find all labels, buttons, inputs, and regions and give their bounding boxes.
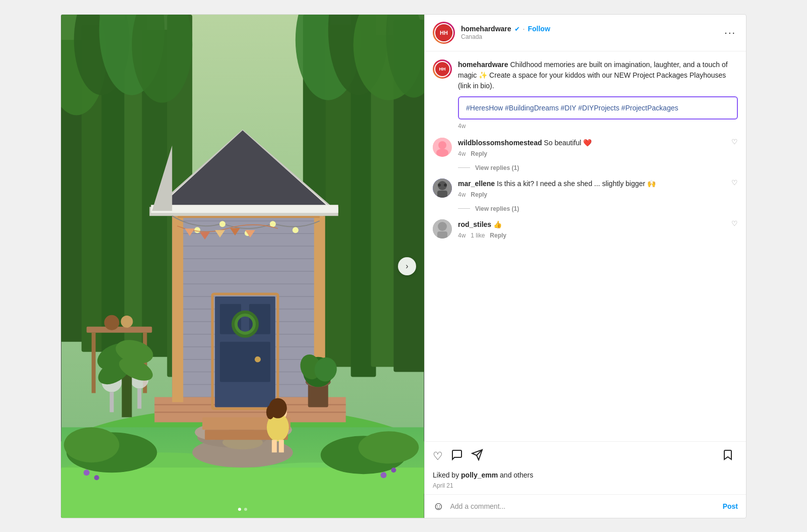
svg-point-79 xyxy=(270,221,276,227)
comment-username-2[interactable]: mar_ellene xyxy=(458,180,495,188)
caption-content: homehardware Childhood memories are buil… xyxy=(458,60,738,130)
svg-point-123 xyxy=(436,149,448,157)
comment-username-3[interactable]: rod_stiles xyxy=(458,220,491,228)
comment-like-button-1[interactable]: ♡ xyxy=(731,138,738,146)
comment-like-button-3[interactable]: ♡ xyxy=(731,219,738,227)
comment-reply-button-2[interactable]: Reply xyxy=(471,191,487,198)
comment-content-1: wildblossomshomestead So beautiful ❤️ 4w… xyxy=(458,138,725,157)
svg-rect-126 xyxy=(437,191,447,198)
comment-text-3: rod_stiles 👍 xyxy=(458,220,502,228)
bookmark-icon xyxy=(722,449,734,464)
more-options-button[interactable]: ··· xyxy=(722,27,738,38)
caption-text: homehardware Childhood memories are buil… xyxy=(458,61,728,90)
svg-point-77 xyxy=(219,221,225,227)
svg-point-114 xyxy=(64,427,120,462)
comment-time-2: 4w xyxy=(458,191,466,198)
svg-point-112 xyxy=(266,405,274,419)
like-icon: ♡ xyxy=(433,450,443,463)
svg-rect-86 xyxy=(87,326,152,332)
post-actions: ♡ xyxy=(425,441,746,471)
view-replies-line-2 xyxy=(458,208,470,209)
post-header: HH homehardware ✔ · Follow Canada ··· xyxy=(425,15,746,51)
svg-point-93 xyxy=(104,315,120,330)
follow-button[interactable]: Follow xyxy=(528,25,550,33)
svg-rect-90 xyxy=(110,392,114,412)
view-replies-row-2: View replies (1) xyxy=(458,205,738,212)
comment-item-3: rod_stiles 👍 4w 1 like Reply ♡ xyxy=(433,219,738,239)
comment-avatar-wildblossoms[interactable] xyxy=(433,138,452,157)
comment-meta-2: 4w Reply xyxy=(458,191,725,198)
svg-point-76 xyxy=(194,227,200,233)
comment-content-3: rod_stiles 👍 4w 1 like Reply xyxy=(458,219,725,239)
heart-icon-1: ♡ xyxy=(731,138,738,146)
comment-icon xyxy=(451,449,463,464)
emoji-picker-icon[interactable]: ☺ xyxy=(433,500,444,513)
bookmark-button[interactable] xyxy=(718,447,738,466)
account-avatar[interactable]: HH xyxy=(433,22,455,44)
likes-bold-user[interactable]: polly_emm xyxy=(461,471,498,479)
image-dots-indicator xyxy=(238,508,247,511)
svg-point-73 xyxy=(255,356,261,362)
verified-badge-icon: ✔ xyxy=(514,25,520,33)
post-likes: Liked by polly_emm and others xyxy=(425,471,746,482)
caption-hashtags[interactable]: #HeresHow #BuildingDreams #DIY #DIYProje… xyxy=(458,96,738,120)
comment-item-2: mar_ellene Is this a kit? I need a she s… xyxy=(433,179,738,198)
like-button[interactable]: ♡ xyxy=(433,448,447,465)
caption-time: 4w xyxy=(458,123,738,130)
heart-icon-3: ♡ xyxy=(731,219,738,227)
header-info: homehardware ✔ · Follow Canada xyxy=(461,25,716,40)
svg-rect-66 xyxy=(151,205,338,213)
likes-prefix: Liked by xyxy=(433,471,461,479)
post-image: › xyxy=(61,15,424,518)
svg-point-80 xyxy=(293,227,299,233)
caption-avatar-logo: HH xyxy=(439,67,446,72)
svg-point-128 xyxy=(444,184,447,187)
comment-text-2: mar_ellene Is this a kit? I need a she s… xyxy=(458,180,656,188)
dot-2 xyxy=(244,508,247,511)
view-replies-line-1 xyxy=(458,167,470,168)
svg-point-94 xyxy=(121,315,133,327)
comment-time-1: 4w xyxy=(458,150,466,157)
comment-meta-1: 4w Reply xyxy=(458,150,725,157)
comment-input[interactable] xyxy=(450,502,716,510)
caption-section: HH homehardware Childhood memories are b… xyxy=(433,60,738,130)
comment-reply-button-1[interactable]: Reply xyxy=(471,150,487,157)
svg-point-116 xyxy=(359,431,419,463)
chevron-right-icon: › xyxy=(406,262,408,271)
comment-avatar-rodstiles[interactable] xyxy=(433,219,452,239)
caption-avatar[interactable]: HH xyxy=(433,60,452,79)
svg-point-122 xyxy=(438,141,446,149)
avatar-logo: HH xyxy=(436,25,451,40)
header-username[interactable]: homehardware xyxy=(461,25,511,33)
post-comment-button[interactable]: Post xyxy=(723,502,738,510)
comment-like-count-3: 1 like xyxy=(471,232,485,239)
view-replies-row-1: View replies (1) xyxy=(458,164,738,171)
add-comment-bar: ☺ Post xyxy=(425,494,746,518)
comment-username-1[interactable]: wildblossomshomestead xyxy=(458,139,542,147)
comment-content-2: mar_ellene Is this a kit? I need a she s… xyxy=(458,179,725,198)
next-image-button[interactable]: › xyxy=(398,257,416,275)
svg-rect-72 xyxy=(220,341,270,382)
svg-point-119 xyxy=(380,472,386,478)
header-username-row: homehardware ✔ · Follow xyxy=(461,25,716,33)
post-content-panel: HH homehardware ✔ · Follow Canada ··· xyxy=(424,15,746,518)
svg-point-118 xyxy=(94,475,99,480)
share-button[interactable] xyxy=(467,447,487,466)
caption-username[interactable]: homehardware xyxy=(458,61,508,69)
comment-time-3: 4w xyxy=(458,232,466,239)
comment-reply-button-3[interactable]: Reply xyxy=(490,232,506,239)
comment-text-1: wildblossomshomestead So beautiful ❤️ xyxy=(458,139,592,147)
post-container: › HH homehardware ✔ · xyxy=(61,14,746,518)
comment-meta-3: 4w 1 like Reply xyxy=(458,232,725,239)
comment-avatar-marellene[interactable] xyxy=(433,179,452,198)
view-replies-button-1[interactable]: View replies (1) xyxy=(475,164,519,171)
comment-like-button-2[interactable]: ♡ xyxy=(731,179,738,187)
svg-point-130 xyxy=(438,222,447,231)
view-replies-button-2[interactable]: View replies (1) xyxy=(475,205,519,212)
dot-1 xyxy=(238,508,241,511)
svg-rect-87 xyxy=(92,332,96,393)
comment-button[interactable] xyxy=(447,447,467,466)
header-location: Canada xyxy=(461,33,716,40)
svg-rect-92 xyxy=(137,388,141,408)
post-date: April 21 xyxy=(425,482,746,494)
